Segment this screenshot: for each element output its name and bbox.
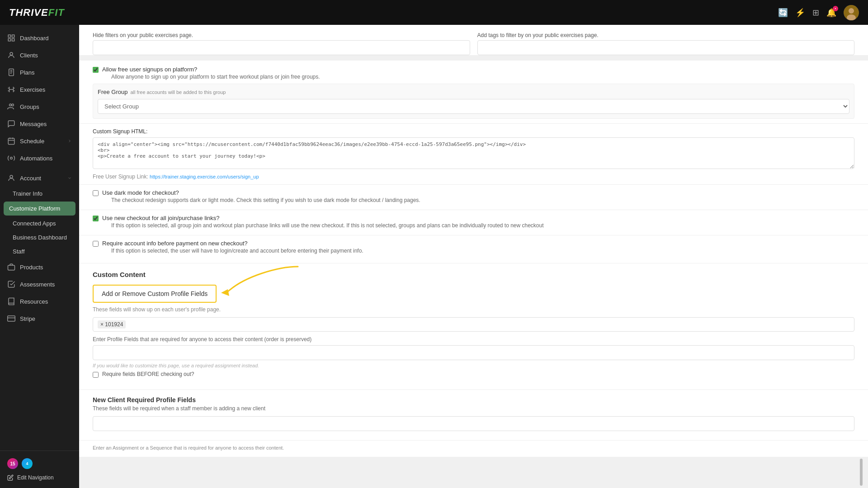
svg-point-19 — [10, 175, 13, 178]
sidebar: Dashboard Clients Plans Exercises Groups… — [0, 25, 79, 488]
free-signup-desc: Allow anyone to sign up on your platform… — [111, 74, 320, 80]
bell-icon[interactable]: 🔔 • — [826, 8, 836, 18]
scrollbar-thumb[interactable] — [860, 459, 863, 486]
free-group-select[interactable]: Select Group — [98, 99, 849, 114]
svg-point-18 — [10, 157, 13, 160]
sidebar-item-stripe[interactable]: Stripe — [0, 310, 79, 327]
add-tags-label: Add tags to filter by on your public exe… — [477, 32, 855, 38]
sidebar-label-products: Products — [20, 264, 43, 271]
profile-fields-tag-input[interactable]: × 101924 — [93, 317, 854, 332]
top-bar: THRIVEFIT 🔄 ⚡ ⊞ 🔔 • — [0, 0, 868, 25]
dark-mode-row: Use dark mode for checkout? The checkout… — [93, 189, 854, 203]
bolt-icon[interactable]: ⚡ — [795, 8, 805, 18]
app-logo: THRIVEFIT — [9, 7, 65, 19]
sidebar-item-groups[interactable]: Groups — [0, 98, 79, 115]
svg-rect-21 — [8, 316, 15, 321]
sidebar-sub-customize-platform[interactable]: Customize Platform — [4, 202, 75, 216]
profile-fields-required-label: Enter Profile Fields that are required f… — [93, 336, 854, 343]
sidebar-label-stripe: Stripe — [20, 315, 35, 322]
sidebar-label-assessments: Assessments — [20, 281, 55, 288]
add-tags-input[interactable] — [477, 40, 855, 55]
sidebar-label-dashboard: Dashboard — [20, 35, 49, 42]
sidebar-label-account: Account — [20, 175, 41, 182]
svg-rect-20 — [8, 265, 15, 270]
annotation-arrow — [217, 262, 307, 305]
new-client-title: New Client Required Profile Fields — [93, 396, 854, 404]
add-remove-profile-fields-button[interactable]: Add or Remove Custom Profile Fields — [93, 285, 217, 303]
require-checkout-label: Require fields BEFORE checking out? — [102, 371, 194, 377]
sidebar-item-assessments[interactable]: Assessments — [0, 276, 79, 293]
svg-rect-14 — [8, 138, 14, 145]
footer-assignment-text: Enter an Assignment or a Sequence that i… — [93, 445, 854, 450]
sidebar-item-dashboard[interactable]: Dashboard — [0, 29, 79, 47]
svg-point-13 — [12, 104, 14, 106]
top-icons: 🔄 ⚡ ⊞ 🔔 • — [778, 5, 859, 20]
dark-mode-label: Use dark mode for checkout? — [102, 189, 420, 196]
customize-note: If you would like to customize this page… — [93, 363, 854, 368]
hide-filters-input[interactable] — [93, 40, 470, 55]
sidebar-item-schedule[interactable]: Schedule — [0, 132, 79, 150]
profile-field-tag: × 101924 — [98, 320, 126, 328]
svg-point-1 — [849, 8, 854, 14]
new-checkout-checkbox[interactable] — [93, 216, 99, 221]
hide-filters-label: Hide filters on your public exercises pa… — [93, 32, 470, 38]
sidebar-sub-staff[interactable]: Staff — [0, 244, 79, 258]
grid-icon[interactable]: ⊞ — [812, 8, 819, 18]
free-signup-checkbox[interactable] — [93, 67, 99, 73]
sidebar-sub-trainer-info[interactable]: Trainer Info — [0, 187, 79, 201]
sidebar-label-resources: Resources — [20, 298, 48, 305]
svg-rect-6 — [12, 39, 14, 41]
sidebar-item-exercises[interactable]: Exercises — [0, 81, 79, 98]
content-area: Hide filters on your public exercises pa… — [79, 25, 868, 488]
sidebar-label-plans: Plans — [20, 69, 35, 76]
sidebar-item-plans[interactable]: Plans — [0, 64, 79, 81]
edit-nav-button[interactable]: Edit Navigation — [7, 472, 72, 483]
new-client-desc: These fields will be required when a sta… — [93, 405, 854, 412]
signup-link-label: Free User Signup Link: — [93, 174, 148, 180]
signup-link-row: Free User Signup Link: https://trainer.s… — [93, 174, 854, 180]
new-checkout-label: Use new checkout for all join/purchase l… — [102, 215, 544, 221]
sidebar-label-messages: Messages — [20, 121, 47, 127]
badge-icon-2: 4 — [22, 458, 33, 469]
add-remove-desc: These fields will show up on each user's… — [93, 306, 854, 313]
sidebar-label-groups: Groups — [20, 103, 39, 110]
sidebar-item-resources[interactable]: Resources — [0, 293, 79, 310]
require-checkout-checkbox[interactable] — [93, 372, 99, 378]
sidebar-item-products[interactable]: Products — [0, 258, 79, 276]
free-group-section: Free Group all free accounts will be add… — [93, 84, 854, 119]
new-checkout-row: Use new checkout for all join/purchase l… — [93, 215, 854, 229]
sidebar-item-automations[interactable]: Automations — [0, 150, 79, 167]
new-client-fields-input[interactable] — [93, 416, 854, 431]
svg-point-7 — [10, 52, 13, 55]
badge-icon: 15 — [7, 458, 18, 469]
dark-mode-desc: The checkout redesign supports dark or l… — [111, 197, 420, 203]
free-group-desc: all free accounts will be added to this … — [130, 89, 226, 95]
avatar[interactable] — [844, 5, 859, 20]
sidebar-label-clients: Clients — [20, 52, 38, 59]
svg-rect-4 — [12, 35, 14, 37]
sidebar-label-automations: Automations — [20, 155, 52, 162]
free-signup-row: Allow free user signups on platform? All… — [93, 66, 854, 80]
refresh-icon[interactable]: 🔄 — [778, 8, 788, 18]
signup-link-url[interactable]: https://trainer.staging.exercise.com/use… — [150, 174, 259, 179]
sidebar-bottom: 15 4 Edit Navigation — [0, 450, 79, 488]
sidebar-sub-connected-apps[interactable]: Connected Apps — [0, 216, 79, 230]
custom-html-textarea[interactable]: <div align="center"><img src="https://mc… — [93, 137, 854, 169]
sidebar-item-clients[interactable]: Clients — [0, 47, 79, 64]
require-checkout-row: Require fields BEFORE checking out? — [93, 371, 854, 378]
sidebar-item-account[interactable]: Account — [0, 169, 79, 187]
notification-badge[interactable]: 15 4 — [7, 455, 72, 472]
svg-point-12 — [9, 104, 12, 106]
sidebar-item-messages[interactable]: Messages — [0, 115, 79, 132]
svg-rect-5 — [8, 39, 10, 41]
sidebar-label-schedule: Schedule — [20, 138, 44, 145]
svg-marker-23 — [221, 289, 229, 296]
require-account-checkbox[interactable] — [93, 241, 99, 247]
dark-mode-checkbox[interactable] — [93, 190, 99, 196]
new-checkout-desc: If this option is selected, all group jo… — [111, 222, 544, 229]
profile-fields-required-input[interactable] — [93, 345, 854, 360]
free-group-label: Free Group — [98, 89, 127, 95]
svg-rect-3 — [8, 35, 10, 37]
require-account-desc: If this option is selected, the user wil… — [111, 248, 363, 254]
sidebar-sub-business-dashboard[interactable]: Business Dashboard — [0, 230, 79, 244]
